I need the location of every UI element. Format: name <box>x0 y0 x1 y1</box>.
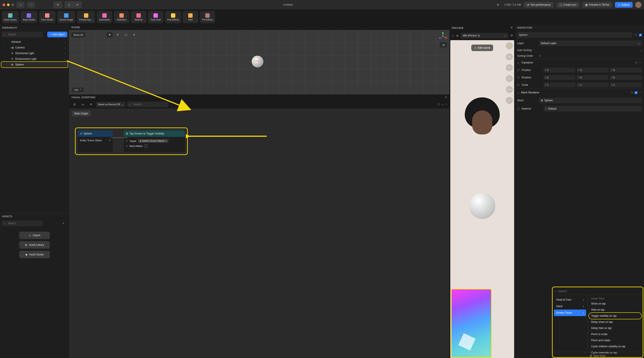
preview-viewport[interactable]: ♫ Add sound ⚡ ◷ ✎ ⬡ 0.5x ⌄ <box>450 40 514 358</box>
reset-icon[interactable] <box>634 34 637 36</box>
popup-option-toggle-visibility-on-tap[interactable]: Toggle visibility on tap <box>589 313 642 319</box>
device-icon[interactable]: ▯ <box>66 2 72 7</box>
camera-icon[interactable]: ◉ <box>456 34 458 37</box>
visibility-checkbox[interactable] <box>639 34 642 36</box>
popup-search-input[interactable] <box>558 289 640 293</box>
start-hidden-checkbox[interactable] <box>144 145 148 148</box>
visibility-toggle-icon[interactable]: ⌄ <box>64 52 66 55</box>
visibility-toggle-icon[interactable]: ⌄ <box>64 58 66 60</box>
axis-gizmo-icon[interactable] <box>438 32 447 41</box>
home-button[interactable]: ⌂ <box>16 2 24 8</box>
tool-filter[interactable]: Filter ⌄ <box>183 11 198 23</box>
tree-item-sphere[interactable]: ⊕ Sphere ⌄ <box>1 62 68 67</box>
vs-canvas[interactable]: Main Graph ⊕ Sphere Entity: Scene Object <box>69 109 450 358</box>
visibility-toggle-icon[interactable]: ⌄ <box>64 41 66 43</box>
tool-makeup[interactable]: Makeup ⌄ <box>131 11 146 23</box>
popout-icon[interactable]: ⇱ <box>445 96 447 99</box>
add-sound-button[interactable]: ♫ Add sound <box>471 44 493 51</box>
position-x-input[interactable]: X0 <box>544 68 575 72</box>
vs-search-input[interactable] <box>127 102 168 107</box>
asset-studio-button[interactable]: ◆ Asset Studio <box>19 251 50 258</box>
more-icon[interactable]: ⋯ <box>639 91 642 94</box>
shapes-icon[interactable]: ⬡ <box>506 75 513 82</box>
close-window-icon[interactable] <box>2 3 5 6</box>
panel-icon[interactable]: ▭ <box>80 102 86 107</box>
add-asset-button[interactable]: + <box>60 220 67 226</box>
hierarchy-search-input[interactable] <box>2 32 43 37</box>
info-toggle[interactable]: Info ⌃ <box>72 88 84 92</box>
popup-category-screen-touch[interactable]: Screen Touch› <box>554 310 586 316</box>
sphere-node[interactable]: ⊕ Sphere Entity: Scene Object <box>78 130 113 152</box>
asset-library-button[interactable]: ⊞ Asset Library <box>19 241 50 249</box>
add-icon[interactable]: + <box>446 103 447 106</box>
tool-post-effects[interactable]: Post Effects ⌄ <box>165 11 181 23</box>
visibility-toggle-icon[interactable]: ⌄ <box>64 63 66 66</box>
tool-generative[interactable]: Generative ⌄ <box>97 11 112 23</box>
move-tool-icon[interactable]: ✥ <box>106 32 113 37</box>
visibility-toggle-icon[interactable]: ⌄ <box>64 46 66 49</box>
flash-icon[interactable]: ⚡ <box>506 42 513 49</box>
tool-asset-studio[interactable]: Asset Studio <box>20 11 37 23</box>
refresh-icon[interactable]: ⟳ <box>511 34 513 37</box>
tool-pet-effects[interactable]: Pet Effects ⌄ <box>200 11 215 23</box>
popup-option-pinch-to-scale[interactable]: Pinch to scale <box>589 331 642 337</box>
info-icon[interactable]: ⓘ <box>437 103 440 106</box>
test-performance-button[interactable]: ◔ Test performance <box>524 2 554 8</box>
chevron-down-icon[interactable]: ⌄ <box>506 97 513 104</box>
main-graph-tab[interactable]: Main Graph <box>72 111 91 116</box>
reset-icon[interactable] <box>631 91 633 94</box>
target-chip[interactable]: ⊕ Sphere (Scene Object) × <box>138 139 168 143</box>
rotation-z-input[interactable]: Z0 <box>610 75 642 80</box>
preview-tiktok-button[interactable]: ▦ Preview in TikTok <box>582 2 612 8</box>
position-z-input[interactable]: Z0 <box>610 68 642 72</box>
reload-icon[interactable]: ⟳ <box>88 102 94 107</box>
tools-icon[interactable]: ✕ <box>74 2 81 7</box>
tool-screen-image[interactable]: Screen Image <box>57 11 75 23</box>
tree-item-directional-light[interactable]: ☀ Directional Light ⌄ <box>1 50 68 56</box>
popup-option-pinch-and-rotate[interactable]: Pinch and rotate <box>589 337 642 343</box>
mesh-dropdown[interactable]: ⊕Sphere <box>539 98 642 103</box>
reset-icon[interactable] <box>517 76 520 79</box>
output-port[interactable] <box>109 140 110 141</box>
rotation-x-input[interactable]: X0 <box>544 75 575 80</box>
create-icon-button[interactable]: ▢ Create icon <box>556 2 580 8</box>
reset-dropdown[interactable]: Reset on Record Off ⌄ <box>96 102 126 107</box>
scene-viewport[interactable]: Show 2D ✥ ⟳ ▢ ✦ <box>69 30 450 94</box>
tool-asset-library[interactable]: Asset Library <box>2 11 19 23</box>
popup-option-hide-on-tap[interactable]: Hide on tap <box>589 307 642 313</box>
show-2d-toggle[interactable]: Show 2D <box>71 32 86 37</box>
more-icon[interactable]: ⋯ <box>639 61 642 64</box>
chevron-down-icon[interactable]: ⌄ <box>640 49 642 52</box>
popout-icon[interactable]: ⇱ <box>511 26 513 29</box>
scale-y-input[interactable]: Y1 <box>577 83 608 87</box>
import-button[interactable]: ⤓ Import <box>19 232 50 239</box>
input-port[interactable] <box>126 140 128 142</box>
tree-item-camera[interactable]: 📹 Camera ⌄ <box>1 45 68 50</box>
tool-face-sticker[interactable]: Face Sticker <box>39 11 56 23</box>
tool-portrait-seg-[interactable]: Portrait Seg… ⌄ <box>77 11 95 23</box>
maximize-window-icon[interactable] <box>11 3 14 6</box>
popup-option-show-on-tap[interactable]: Show on tap <box>589 301 642 307</box>
layer-dropdown[interactable]: Default Layer ⌄ <box>539 40 642 46</box>
timer-icon[interactable]: ◷ <box>506 53 513 60</box>
scale-x-input[interactable]: X1 <box>544 83 575 87</box>
rotate-tool-icon[interactable]: ⟳ <box>114 32 121 37</box>
link-icon[interactable]: ⟲ <box>54 2 61 7</box>
reset-icon[interactable] <box>517 84 520 86</box>
scale-tool-icon[interactable]: ▢ <box>123 32 129 37</box>
camera-icon[interactable]: 📹 <box>440 42 447 48</box>
tool-face-inset[interactable]: Face Inset <box>148 11 163 23</box>
tool-distortion[interactable]: Distortion ⌄ <box>114 11 129 23</box>
rotation-y-input[interactable]: Y0 <box>577 75 608 80</box>
scale-z-input[interactable]: Z1 <box>610 83 642 87</box>
tree-item-general[interactable]: ⌄ General ⌄ <box>1 39 68 45</box>
position-y-input[interactable]: Y0 <box>577 68 608 72</box>
material-dropdown[interactable]: ○Default <box>544 106 642 112</box>
object-name-input[interactable] <box>517 32 632 38</box>
reset-icon[interactable] <box>635 62 638 64</box>
chevron-down-icon[interactable]: ⌄ <box>517 61 520 64</box>
assets-search-input[interactable] <box>2 220 43 226</box>
tree-item-environment-light[interactable]: ✦ Environment Light ⌄ <box>1 56 68 62</box>
close-icon[interactable]: × <box>165 140 166 142</box>
submit-button[interactable]: ↥ Submit <box>615 2 633 8</box>
